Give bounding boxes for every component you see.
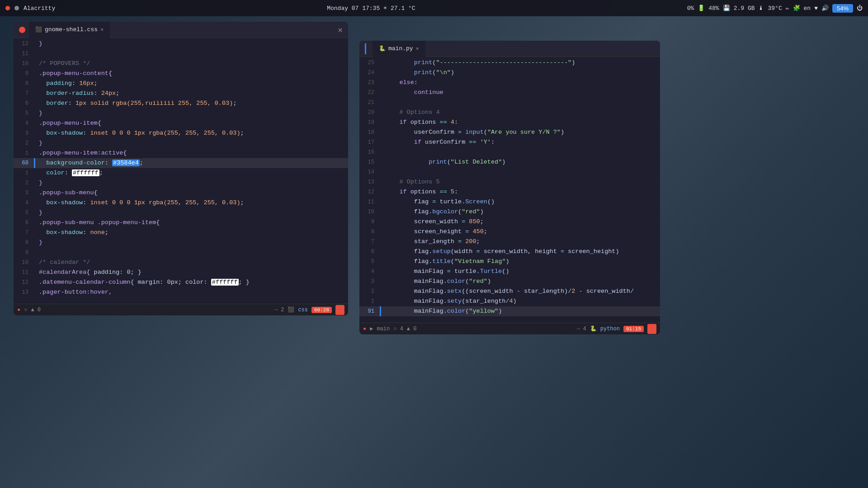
- py-status-icon: 🐍: [590, 325, 597, 332]
- language-indicator-right: python: [600, 326, 620, 332]
- error-icon: ●: [17, 307, 20, 313]
- ram-icon: 💾: [723, 5, 730, 12]
- topbar-left: Alacritty: [5, 5, 55, 12]
- table-row: 4 mainFlag = turtle.Turtle(): [359, 267, 660, 277]
- status-color-block: [335, 305, 344, 315]
- table-row: 5 flag.title("Vietnam Flag"): [359, 257, 660, 267]
- ram-usage: 2.9 GB: [734, 5, 755, 12]
- table-row: 2 mainFlag.setx((screen_width - star_len…: [359, 286, 660, 296]
- table-row: 10 flag.bgcolor("red"): [359, 207, 660, 217]
- battery-icon: 🔋: [698, 5, 705, 12]
- py-icon: 🐍: [379, 45, 386, 52]
- table-row: 9 .popup-menu-content{: [14, 69, 348, 79]
- table-row: 23 else:: [359, 78, 660, 88]
- cursor-position: 60:28: [311, 307, 332, 313]
- table-row: 12 .datemenu-calendar-column{ margin: 0p…: [14, 277, 348, 287]
- left-editor-window: ⬛ gnome-shell.css ✕ ✕ 12 } 11 10 /* POPO…: [14, 22, 348, 315]
- cpu-usage: 0%: [687, 5, 694, 12]
- table-row: 25 print("------------------------------…: [359, 58, 660, 68]
- lang-indicator: en: [804, 5, 811, 12]
- right-editor-window: 🐍 main.py ✕ 25 print("------------------…: [359, 41, 660, 334]
- table-row: 22 continue: [359, 88, 660, 98]
- tab-close-css[interactable]: ✕: [100, 26, 104, 33]
- tab-css[interactable]: ⬛ gnome-shell.css ✕: [29, 22, 110, 38]
- play-icon: ▶: [370, 325, 373, 332]
- table-row: 6 .popup-sub-menu .popup-menu-item{: [14, 218, 348, 228]
- table-row: 11 #calendarArea{ padding: 0; }: [14, 267, 348, 277]
- table-row: 7 star_length = 200;: [359, 237, 660, 247]
- table-row: 2 }: [14, 138, 348, 148]
- table-row: 9: [14, 248, 348, 258]
- table-row: 12 if options == 5:: [359, 187, 660, 197]
- table-row: 8 screen_height = 450;: [359, 227, 660, 237]
- table-row: 3 box-shadow: inset 0 0 0 1px rgba(255, …: [14, 128, 348, 138]
- arrow-indicator-right: → 4: [576, 326, 586, 332]
- tab-bar-left: ⬛ gnome-shell.css ✕: [29, 22, 110, 38]
- table-row: 5 }: [14, 208, 348, 218]
- tab-close-py[interactable]: ✕: [416, 45, 419, 52]
- branch-name: main: [377, 326, 390, 332]
- right-code-area: 25 print("------------------------------…: [359, 57, 660, 318]
- extensions-icon: 🧩: [793, 5, 800, 12]
- language-indicator: css: [298, 307, 308, 313]
- table-row: 9 screen_width = 850;: [359, 217, 660, 227]
- left-status-left: ● ○ ▲ 0: [17, 307, 41, 313]
- window-close-left[interactable]: ✕: [338, 25, 343, 35]
- status-dot-gray: [14, 6, 19, 10]
- table-row: 5 }: [14, 108, 348, 118]
- battery-level: 48%: [708, 5, 719, 12]
- tab-css-label: gnome-shell.css: [45, 26, 98, 33]
- left-status-bar: ● ○ ▲ 0 → 2 ⬛ css 60:28: [14, 304, 348, 315]
- table-row: 13 .pager-button:hover,: [14, 287, 348, 297]
- table-row: 19 if options == 4:: [359, 117, 660, 127]
- css-icon: ⬛: [35, 26, 42, 33]
- tab-bar-right: 🐍 main.py ✕: [373, 41, 425, 57]
- left-border-indicator: [365, 43, 366, 54]
- table-row: 4 .popup-menu-item{: [14, 118, 348, 128]
- table-row: 7 border-radius: 24px;: [14, 89, 348, 99]
- right-title-bar: 🐍 main.py ✕: [359, 41, 660, 57]
- app-name: Alacritty: [24, 5, 55, 12]
- cursor-position-right: 91:15: [623, 326, 644, 332]
- error-count: ○ 4: [393, 326, 403, 332]
- table-row: 18 userConfirm = input("Are you sure Y/N…: [359, 127, 660, 137]
- status-color-block-right: [647, 324, 656, 334]
- topbar: Alacritty Monday 07 17:35 ☀ 27.1 °C 0% 🔋…: [0, 0, 868, 16]
- right-status-bar: ● ▶ main ○ 4 ▲ 0 → 4 🐍 python 91:15: [359, 323, 660, 334]
- table-row: 3 .popup-sub-menu{: [14, 188, 348, 198]
- temperature: 27.1 °C: [391, 5, 415, 12]
- table-row: 13 # Options 5: [359, 177, 660, 187]
- table-row: 4 box-shadow: inset 0 0 0 1px rgba(255, …: [14, 198, 348, 208]
- pen-icon: ✏: [786, 5, 789, 12]
- table-row: 1 mainFlag.shape("blank"): [359, 316, 660, 318]
- table-row: 1 color: #ffffff;: [14, 168, 348, 178]
- right-status-right: → 4 🐍 python 91:15: [576, 324, 656, 334]
- cpu-temp: 39°C: [768, 5, 782, 12]
- status-dot-red: [5, 6, 10, 10]
- table-row: 2 }: [14, 178, 348, 188]
- table-row: 21: [359, 98, 660, 108]
- table-row: 6 border: 1px solid rgba(255,ruiiiiii 25…: [14, 99, 348, 108]
- tab-py-label: main.py: [388, 45, 413, 52]
- sound-icon: 🔊: [821, 5, 829, 12]
- warning-icon: ▲ 0: [31, 307, 41, 313]
- close-button-left[interactable]: [19, 27, 25, 33]
- table-row: 10 /* POPOVERS */: [14, 59, 348, 69]
- table-row: 8 padding: 16px;: [14, 79, 348, 89]
- tab-py[interactable]: 🐍 main.py ✕: [373, 41, 425, 57]
- error-icon-right: ●: [363, 326, 366, 332]
- table-row: 24 print("\n"): [359, 68, 660, 78]
- warning-count: ▲ 0: [407, 326, 417, 332]
- table-row: 14: [359, 167, 660, 177]
- topbar-center: Monday 07 17:35 ☀ 27.1 °C: [327, 5, 415, 12]
- table-row: 3 mainFlag.color("red"): [359, 277, 660, 286]
- table-row: 11: [14, 49, 348, 59]
- datetime: Monday 07 17:35: [327, 5, 380, 12]
- table-row: 91 mainFlag.color("yellow"): [359, 306, 660, 316]
- git-icon: ○: [24, 307, 27, 313]
- table-row: 17 if userConfirm == 'Y':: [359, 137, 660, 147]
- topbar-right: 0% 🔋 48% 💾 2.9 GB 🌡 39°C ✏ 🧩 en ♥ 🔊 54% …: [687, 4, 863, 13]
- brightness-button[interactable]: 54%: [832, 4, 853, 13]
- left-code-area: 12 } 11 10 /* POPOVERS */ 9 .popup-menu-…: [14, 38, 348, 299]
- table-row: 16: [359, 147, 660, 157]
